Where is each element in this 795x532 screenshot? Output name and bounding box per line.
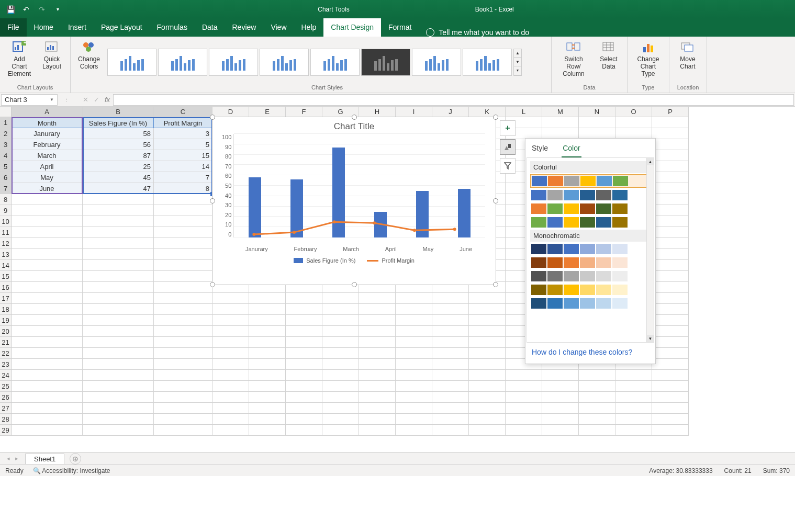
cell-A1[interactable]: Month — [12, 117, 83, 128]
status-accessibility[interactable]: 🔍 Accessibility: Investigate — [33, 467, 110, 474]
cell-F27[interactable] — [286, 403, 322, 414]
cell-B5[interactable]: 25 — [83, 161, 154, 172]
cell-O26[interactable] — [615, 392, 652, 403]
cell-E19[interactable] — [249, 315, 286, 326]
cell-J20[interactable] — [432, 326, 469, 337]
row-header-28[interactable]: 28 — [0, 414, 12, 425]
cell-C4[interactable]: 15 — [154, 150, 212, 161]
color-scheme-row[interactable] — [530, 174, 651, 188]
cell-A7[interactable]: June — [12, 183, 83, 194]
chart-styles-scroll[interactable]: ▲▼▾ — [513, 49, 522, 76]
col-header-D[interactable]: D — [212, 107, 249, 117]
cell-P8[interactable] — [652, 194, 689, 205]
cell-N24[interactable] — [579, 370, 615, 381]
cell-E20[interactable] — [249, 326, 286, 337]
tab-format[interactable]: Format — [381, 18, 419, 37]
cell-P11[interactable] — [652, 227, 689, 238]
col-header-O[interactable]: O — [615, 107, 652, 117]
cell-N2[interactable] — [579, 128, 615, 139]
row-header-21[interactable]: 21 — [0, 337, 12, 348]
cell-D28[interactable] — [212, 414, 249, 425]
cell-K27[interactable] — [469, 403, 506, 414]
cell-P14[interactable] — [652, 260, 689, 271]
cell-K28[interactable] — [469, 414, 506, 425]
cell-B18[interactable] — [83, 304, 154, 315]
cell-F23[interactable] — [286, 359, 322, 370]
cell-J26[interactable] — [432, 392, 469, 403]
move-chart-button[interactable]: Move Chart — [674, 39, 702, 71]
cell-A12[interactable] — [12, 238, 83, 249]
cell-I22[interactable] — [396, 348, 432, 359]
cell-D17[interactable] — [212, 293, 249, 304]
cell-H27[interactable] — [359, 403, 396, 414]
cell-M2[interactable] — [542, 128, 579, 139]
cell-E17[interactable] — [249, 293, 286, 304]
sheet-tab-sheet1[interactable]: Sheet1 — [25, 454, 64, 464]
tab-review[interactable]: Review — [225, 18, 264, 37]
cell-A26[interactable] — [12, 392, 83, 403]
cell-O24[interactable] — [615, 370, 652, 381]
cell-F28[interactable] — [286, 414, 322, 425]
cell-P15[interactable] — [652, 271, 689, 282]
cell-M29[interactable] — [542, 425, 579, 436]
row-header-5[interactable]: 5 — [0, 161, 12, 172]
col-header-C[interactable]: C — [154, 107, 212, 117]
cell-B20[interactable] — [83, 326, 154, 337]
chart-style-8[interactable] — [463, 49, 512, 76]
cell-A23[interactable] — [12, 359, 83, 370]
cell-A19[interactable] — [12, 315, 83, 326]
cell-L25[interactable] — [506, 381, 542, 392]
cell-E26[interactable] — [249, 392, 286, 403]
chart-style-1[interactable] — [107, 49, 156, 76]
cell-A24[interactable] — [12, 370, 83, 381]
flyout-tab-color[interactable]: Color — [562, 141, 581, 157]
cell-M1[interactable] — [542, 117, 579, 128]
row-header-12[interactable]: 12 — [0, 238, 12, 249]
col-header-B[interactable]: B — [83, 107, 154, 117]
cell-K24[interactable] — [469, 370, 506, 381]
cancel-formula-icon[interactable]: ✕ — [83, 96, 88, 104]
cell-H23[interactable] — [359, 359, 396, 370]
cell-D19[interactable] — [212, 315, 249, 326]
cell-H22[interactable] — [359, 348, 396, 359]
col-header-E[interactable]: E — [249, 107, 286, 117]
cell-A4[interactable]: March — [12, 150, 83, 161]
cell-A8[interactable] — [12, 194, 83, 205]
quick-layout-button[interactable]: Quick Layout — [38, 39, 66, 71]
cell-A15[interactable] — [12, 271, 83, 282]
cell-J24[interactable] — [432, 370, 469, 381]
tab-page-layout[interactable]: Page Layout — [94, 18, 150, 37]
cell-J18[interactable] — [432, 304, 469, 315]
cell-P26[interactable] — [652, 392, 689, 403]
cell-E28[interactable] — [249, 414, 286, 425]
cell-E29[interactable] — [249, 425, 286, 436]
cell-A27[interactable] — [12, 403, 83, 414]
cell-H19[interactable] — [359, 315, 396, 326]
chart-style-2[interactable] — [158, 49, 207, 76]
cell-M27[interactable] — [542, 403, 579, 414]
col-header-A[interactable]: A — [12, 107, 83, 117]
cell-C7[interactable]: 8 — [154, 183, 212, 194]
resize-handle-sw[interactable] — [210, 282, 215, 287]
cell-J27[interactable] — [432, 403, 469, 414]
col-header-I[interactable]: I — [396, 107, 432, 117]
cell-J23[interactable] — [432, 359, 469, 370]
cell-P5[interactable] — [652, 161, 689, 172]
cell-C14[interactable] — [154, 260, 212, 271]
tab-home[interactable]: Home — [27, 18, 61, 37]
row-header-16[interactable]: 16 — [0, 282, 12, 293]
cell-C1[interactable]: Profit Margin — [154, 117, 212, 128]
row-header-22[interactable]: 22 — [0, 348, 12, 359]
cell-I28[interactable] — [396, 414, 432, 425]
resize-handle-ne[interactable] — [493, 115, 498, 120]
cell-A9[interactable] — [12, 205, 83, 216]
cell-C23[interactable] — [154, 359, 212, 370]
cell-F17[interactable] — [286, 293, 322, 304]
cell-I27[interactable] — [396, 403, 432, 414]
tab-formulas[interactable]: Formulas — [150, 18, 195, 37]
cell-D26[interactable] — [212, 392, 249, 403]
cell-L26[interactable] — [506, 392, 542, 403]
cell-H18[interactable] — [359, 304, 396, 315]
cell-J17[interactable] — [432, 293, 469, 304]
cell-A28[interactable] — [12, 414, 83, 425]
